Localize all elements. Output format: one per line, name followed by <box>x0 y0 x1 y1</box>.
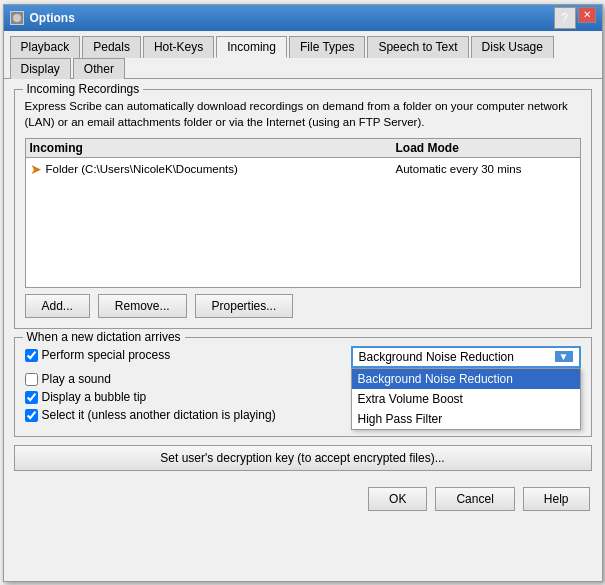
help-bottom-button[interactable]: Help <box>523 487 590 511</box>
incoming-recordings-title: Incoming Recordings <box>23 82 144 96</box>
main-content: Incoming Recordings Express Scribe can a… <box>4 79 602 581</box>
dropdown-item-1[interactable]: Extra Volume Boost <box>352 389 580 409</box>
cancel-button[interactable]: Cancel <box>435 487 514 511</box>
tab-hotkeys[interactable]: Hot-Keys <box>143 36 214 58</box>
close-button[interactable]: ✕ <box>578 7 596 23</box>
tab-incoming[interactable]: Incoming <box>216 36 287 58</box>
table-header: Incoming Load Mode <box>26 139 580 158</box>
table-buttons: Add... Remove... Properties... <box>25 294 581 318</box>
remove-button[interactable]: Remove... <box>98 294 187 318</box>
dropdown-list: Background Noise Reduction Extra Volume … <box>351 368 581 430</box>
table-row[interactable]: ➤ Folder (C:\Users\NicoleK\Documents) Au… <box>26 158 580 180</box>
new-dictation-group: When a new dictation arrives Perform spe… <box>14 337 592 437</box>
perform-special-process-checkbox[interactable] <box>25 349 38 362</box>
col-incoming: Incoming <box>30 141 396 155</box>
tab-filetypes[interactable]: File Types <box>289 36 365 58</box>
tab-playback[interactable]: Playback <box>10 36 81 58</box>
cell-loadmode: Automatic every 30 mins <box>396 163 576 175</box>
select-it-label: Select it (unless another dictation is p… <box>42 408 276 422</box>
ok-button[interactable]: OK <box>368 487 427 511</box>
window-title: Options <box>30 11 75 25</box>
window-icon <box>10 11 24 25</box>
bottom-buttons: OK Cancel Help <box>14 487 592 511</box>
cell-incoming: ➤ Folder (C:\Users\NicoleK\Documents) <box>30 161 396 177</box>
perform-special-process-checkbox-row: Perform special process <box>25 348 171 362</box>
svg-point-1 <box>13 14 21 22</box>
tab-speechtotext[interactable]: Speech to Text <box>367 36 468 58</box>
folder-icon: ➤ <box>30 161 42 177</box>
incoming-description: Express Scribe can automatically downloa… <box>25 98 581 130</box>
dropdown-selected-text: Background Noise Reduction <box>359 350 514 364</box>
tab-other[interactable]: Other <box>73 58 125 79</box>
play-sound-checkbox[interactable] <box>25 373 38 386</box>
tab-display[interactable]: Display <box>10 58 71 79</box>
new-dictation-title: When a new dictation arrives <box>23 330 185 344</box>
incoming-table: Incoming Load Mode ➤ Folder (C:\Users\Ni… <box>25 138 581 288</box>
add-button[interactable]: Add... <box>25 294 90 318</box>
dropdown-wrapper: Background Noise Reduction ▼ Background … <box>351 346 581 368</box>
perform-special-process-label: Perform special process <box>42 348 171 362</box>
display-bubble-label: Display a bubble tip <box>42 390 147 404</box>
title-bar: Options ? ✕ <box>4 5 602 31</box>
perform-special-process-row: Perform special process Background Noise… <box>25 346 581 368</box>
dropdown-arrow-icon: ▼ <box>555 351 573 362</box>
tab-diskusage[interactable]: Disk Usage <box>471 36 554 58</box>
dropdown-item-2[interactable]: High Pass Filter <box>352 409 580 429</box>
help-button[interactable]: ? <box>554 7 576 29</box>
dropdown-item-0[interactable]: Background Noise Reduction <box>352 369 580 389</box>
properties-button[interactable]: Properties... <box>195 294 294 318</box>
select-it-checkbox[interactable] <box>25 409 38 422</box>
encrypt-button[interactable]: Set user's decryption key (to accept enc… <box>14 445 592 471</box>
dropdown-selected[interactable]: Background Noise Reduction ▼ <box>351 346 581 368</box>
incoming-recordings-group: Incoming Recordings Express Scribe can a… <box>14 89 592 329</box>
play-sound-label: Play a sound <box>42 372 111 386</box>
tab-pedals[interactable]: Pedals <box>82 36 141 58</box>
tabs-bar: Playback Pedals Hot-Keys Incoming File T… <box>4 31 602 79</box>
col-loadmode: Load Mode <box>396 141 576 155</box>
options-window: Options ? ✕ Playback Pedals Hot-Keys Inc… <box>3 4 603 582</box>
display-bubble-checkbox[interactable] <box>25 391 38 404</box>
title-buttons: ? ✕ <box>554 7 596 29</box>
